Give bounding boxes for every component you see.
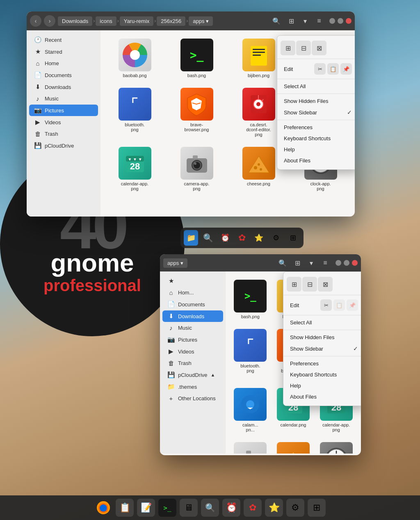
menu-button[interactable]: ≡ xyxy=(313,15,325,27)
taskbar-icon-clock[interactable]: ⏰ xyxy=(222,499,240,517)
breadcrumb-apps[interactable]: apps ▾ xyxy=(189,16,213,26)
menu-item-keyboard-shortcuts-bottom[interactable]: Keyboard Shortcuts xyxy=(283,369,361,380)
file-item-clock-b[interactable]: clock-app.png xyxy=(316,439,356,454)
menu-item-about[interactable]: About Files xyxy=(277,155,355,166)
sidebar-item-recent[interactable]: 🕐 Recent xyxy=(29,34,98,46)
sort-button[interactable]: ▾ xyxy=(299,15,311,27)
menu-item-hidden-files-bottom[interactable]: Show Hidden Files xyxy=(283,332,361,343)
file-item-brave[interactable]: brave-browser.png xyxy=(167,84,226,140)
search-button-top[interactable]: 🔍 xyxy=(270,15,283,27)
sidebar-item-other-bottom[interactable]: + Other Locations xyxy=(162,393,223,404)
file-item-bash-b[interactable]: >_ bash.png xyxy=(231,276,270,322)
menu-item-hidden-files[interactable]: Show Hidden Files xyxy=(277,96,355,107)
sidebar-item-videos-bottom[interactable]: ▶ Videos xyxy=(162,346,223,357)
file-item-calam-b[interactable]: calam...pn... xyxy=(231,385,270,436)
menu-icon-btn-2[interactable]: ⊟ xyxy=(296,41,311,55)
sidebar-item-music[interactable]: ♪ Music xyxy=(29,93,98,104)
sidebar-item-trash-bottom[interactable]: 🗑 Trash xyxy=(162,358,223,369)
menu-item-show-sidebar-bottom[interactable]: Show Sidebar ✓ xyxy=(283,343,361,354)
forward-button[interactable]: › xyxy=(44,15,55,27)
sidebar-item-home[interactable]: ⌂ Home xyxy=(29,58,98,69)
sidebar-item-themes-bottom[interactable]: 📁 .themes xyxy=(162,381,223,392)
sidebar-item-documents-bottom[interactable]: 📄 Documents xyxy=(162,299,223,310)
breadcrumb-downloads[interactable]: Downloads xyxy=(58,16,92,26)
search-button-bottom[interactable]: 🔍 xyxy=(276,257,289,269)
cut-btn[interactable]: ✂ xyxy=(314,63,326,75)
dock-icon-pinwheel[interactable]: ✿ xyxy=(235,230,249,246)
view-toggle-button[interactable]: ⊞ xyxy=(285,15,297,27)
sidebar-item-pcloud-bottom[interactable]: 💾 pCloudDrive ▲ xyxy=(162,369,223,381)
taskbar-icon-screen[interactable]: 🖥 xyxy=(180,499,198,517)
menu-item-show-sidebar[interactable]: Show Sidebar ✓ xyxy=(277,107,355,118)
menu-btn-bottom[interactable]: ≡ xyxy=(319,257,331,269)
dock-icon-grid[interactable]: ⊞ xyxy=(286,230,300,246)
dock-icon-magnify[interactable]: 🔍 xyxy=(201,230,215,246)
menu-item-help-bottom[interactable]: Help xyxy=(283,380,361,391)
file-item-bluetooth-b[interactable]: ⌜ bluetooth.png xyxy=(231,326,270,381)
menu-icon-btn-b3[interactable]: ⊠ xyxy=(318,277,333,292)
sidebar-item-pictures[interactable]: 📷 Pictures xyxy=(29,105,98,116)
minimize-button[interactable] xyxy=(329,18,335,24)
sidebar-item-documents[interactable]: 📄 Documents xyxy=(29,69,98,81)
taskbar-icon-star[interactable]: ⭐ xyxy=(265,499,283,517)
copy-btn[interactable]: 📋 xyxy=(327,63,339,75)
menu-item-edit-bottom[interactable]: Edit ✂ 📋 📌 xyxy=(283,297,361,313)
sort-btn-bottom[interactable]: ▾ xyxy=(305,257,317,269)
paste-btn-b[interactable]: 📌 xyxy=(347,299,358,311)
taskbar-icon-magnify[interactable]: 🔍 xyxy=(201,499,219,517)
sidebar-item-downloads-bottom[interactable]: ⬇ Downloads xyxy=(162,310,223,322)
dock-icon-settings[interactable]: ⚙ xyxy=(269,230,283,246)
sidebar-item-music-bottom[interactable]: ♪ Music xyxy=(162,322,223,333)
dock-icon-files[interactable]: 📁 xyxy=(184,230,198,246)
maximize-btn-bottom[interactable] xyxy=(344,260,349,266)
file-item-camera-b[interactable]: camera-app.png xyxy=(231,439,270,454)
minimize-btn-bottom[interactable] xyxy=(336,260,341,266)
breadcrumb-size[interactable]: 256x256 xyxy=(157,16,185,26)
dock-icon-star[interactable]: ⭐ xyxy=(252,230,266,246)
file-item-camera-app[interactable]: camera-app.png xyxy=(167,144,226,194)
back-button[interactable]: ‹ xyxy=(30,15,41,27)
dock-icon-clock[interactable]: ⏰ xyxy=(218,230,232,246)
file-item-cheese-b[interactable]: cheese.png xyxy=(274,439,313,454)
taskbar-icon-files[interactable]: 📋 xyxy=(116,499,134,517)
menu-item-select-all[interactable]: Select All xyxy=(277,81,355,92)
sidebar-item-pcloud[interactable]: 💾 pCloudDrive xyxy=(29,140,98,151)
breadcrumb-yaru[interactable]: Yaru-remix xyxy=(120,16,154,26)
file-item-baobab[interactable]: baobab.png xyxy=(105,35,164,81)
breadcrumb-apps-bottom[interactable]: apps ▾ xyxy=(163,258,187,268)
menu-icon-btn-1[interactable]: ⊞ xyxy=(281,41,295,55)
sidebar-item-trash[interactable]: 🗑 Trash xyxy=(29,128,98,139)
sidebar-item-videos[interactable]: ▶ Videos xyxy=(29,116,98,128)
sidebar-item-starred-bottom[interactable]: ★ xyxy=(162,275,223,287)
menu-item-about-bottom[interactable]: About Files xyxy=(283,391,361,402)
file-item-calendar-app[interactable]: ▼ ▼ ▼ 28 calendar-app.png xyxy=(105,144,164,194)
close-button[interactable] xyxy=(346,18,352,24)
taskbar-icon-terminal[interactable]: >_ xyxy=(158,499,176,517)
breadcrumb-icons[interactable]: icons xyxy=(96,16,116,26)
cut-btn-b[interactable]: ✂ xyxy=(320,299,332,311)
menu-item-help[interactable]: Help xyxy=(277,144,355,155)
taskbar-icon-firefox[interactable] xyxy=(94,499,112,517)
copy-btn-b[interactable]: 📋 xyxy=(333,299,345,311)
menu-icon-btn-3[interactable]: ⊠ xyxy=(312,41,326,55)
menu-item-select-all-bottom[interactable]: Select All xyxy=(283,317,361,328)
sidebar-item-pictures-bottom[interactable]: 📷 Pictures xyxy=(162,334,223,345)
sidebar-item-home-bottom[interactable]: ⌂ Hom... xyxy=(162,287,223,298)
maximize-button[interactable] xyxy=(338,18,343,24)
menu-item-edit[interactable]: Edit ✂ 📋 📌 xyxy=(277,61,355,77)
file-item-bash[interactable]: >_ bash.png xyxy=(167,35,226,81)
taskbar-icon-grid[interactable]: ⊞ xyxy=(308,499,326,517)
paste-btn[interactable]: 📌 xyxy=(340,63,352,75)
close-btn-bottom[interactable] xyxy=(352,260,358,266)
taskbar-icon-notes[interactable]: 📝 xyxy=(137,499,155,517)
taskbar-icon-pinwheel[interactable]: ✿ xyxy=(244,499,262,517)
menu-item-prefs-bottom[interactable]: Preferences xyxy=(283,358,361,369)
menu-item-preferences[interactable]: Preferences xyxy=(277,122,355,133)
sidebar-item-downloads[interactable]: ⬇ Downloads xyxy=(29,81,98,93)
menu-item-keyboard-shortcuts[interactable]: Keyboard Shortcuts xyxy=(277,133,355,144)
file-item-bluetooth[interactable]: ⌜ bluetooth.png xyxy=(105,84,164,140)
menu-icon-btn-b2[interactable]: ⊟ xyxy=(302,277,317,292)
sidebar-item-starred[interactable]: ★ Starred xyxy=(29,46,98,57)
taskbar-icon-settings[interactable]: ⚙ xyxy=(286,499,304,517)
menu-icon-btn-b1[interactable]: ⊞ xyxy=(287,277,301,292)
